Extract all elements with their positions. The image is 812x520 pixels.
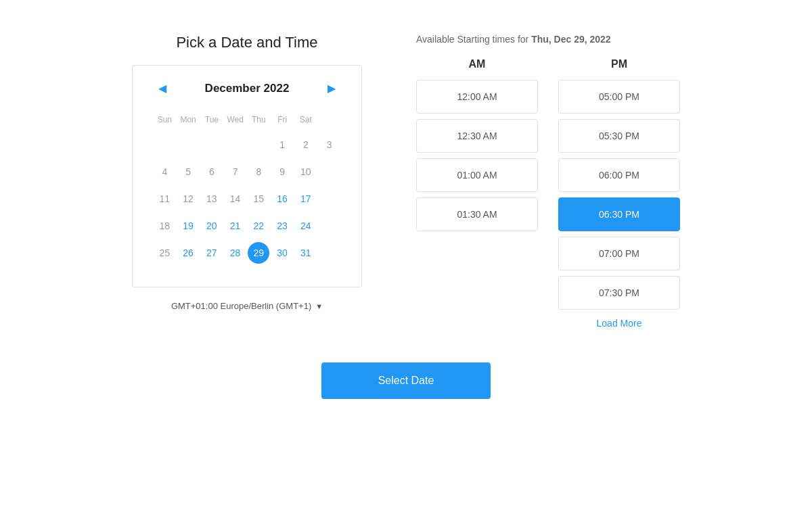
- day-header-thu: Thu: [247, 111, 271, 131]
- day-header-sat: Sat: [294, 111, 318, 131]
- day-header-sun: Sun: [153, 111, 177, 131]
- table-row[interactable]: 5: [177, 158, 200, 185]
- table-row[interactable]: 2: [294, 131, 318, 158]
- pm-time-slot[interactable]: 05:30 PM: [558, 119, 680, 153]
- calendar-grid: SunMonTueWedThuFriSat1234567891011121314…: [153, 111, 341, 266]
- table-row[interactable]: 8: [247, 158, 271, 185]
- pm-time-slot[interactable]: 06:00 PM: [558, 158, 680, 192]
- table-row: [200, 131, 224, 158]
- day-header-tue: Tue: [200, 111, 224, 131]
- day-header-mon: Mon: [177, 111, 200, 131]
- bottom-bar: Select Date: [0, 362, 812, 399]
- am-header: AM: [469, 58, 486, 70]
- table-row[interactable]: 13: [200, 185, 224, 212]
- table-row[interactable]: 10: [294, 158, 318, 185]
- am-time-slot[interactable]: 12:30 AM: [416, 119, 538, 153]
- table-row[interactable]: 25: [153, 239, 177, 266]
- pm-time-slot[interactable]: 07:30 PM: [558, 276, 680, 310]
- table-row[interactable]: 31: [294, 239, 318, 266]
- load-more-button[interactable]: Load More: [558, 318, 680, 329]
- table-row[interactable]: 6: [200, 158, 224, 185]
- timezone-label: GMT+01:00 Europe/Berlin (GMT+1): [171, 301, 311, 311]
- pm-time-slot[interactable]: 07:00 PM: [558, 237, 680, 270]
- table-row: [177, 131, 200, 158]
- left-panel: Pick a Date and Time◀December 2022▶SunMo…: [132, 34, 362, 311]
- table-row[interactable]: 11: [153, 185, 177, 212]
- calendar-month-year: December 2022: [205, 82, 290, 95]
- table-row[interactable]: 26: [177, 239, 200, 266]
- am-time-slot[interactable]: 01:00 AM: [416, 158, 538, 192]
- prev-month-button[interactable]: ◀: [153, 79, 172, 97]
- pm-header: PM: [611, 58, 627, 70]
- table-row[interactable]: 22: [247, 212, 271, 239]
- table-row[interactable]: 20: [200, 212, 224, 239]
- table-row[interactable]: 15: [247, 185, 271, 212]
- table-row[interactable]: 14: [223, 185, 247, 212]
- table-row[interactable]: 28: [223, 239, 247, 266]
- table-row[interactable]: 27: [200, 239, 224, 266]
- table-row[interactable]: 23: [271, 212, 294, 239]
- table-row[interactable]: 21: [223, 212, 247, 239]
- table-row[interactable]: 16: [271, 185, 294, 212]
- table-row[interactable]: 7: [223, 158, 247, 185]
- table-row: [223, 131, 247, 158]
- table-row: [153, 131, 177, 158]
- calendar-wrapper: ◀December 2022▶SunMonTueWedThuFriSat1234…: [132, 65, 362, 287]
- day-header-wed: Wed: [223, 111, 247, 131]
- pm-time-slot[interactable]: 06:30 PM: [558, 197, 680, 231]
- available-times-title: Available Starting times for Thu, Dec 29…: [416, 34, 611, 45]
- table-row[interactable]: 9: [271, 158, 294, 185]
- pm-column: PM05:00 PM05:30 PM06:00 PM06:30 PM07:00 …: [558, 58, 680, 329]
- chevron-down-icon: ▼: [315, 302, 323, 310]
- table-row[interactable]: 24: [294, 212, 318, 239]
- page-title: Pick a Date and Time: [176, 34, 317, 51]
- table-row[interactable]: 19: [177, 212, 200, 239]
- am-time-slot[interactable]: 12:00 AM: [416, 80, 538, 114]
- am-column: AM12:00 AM12:30 AM01:00 AM01:30 AM: [416, 58, 538, 237]
- am-time-slot[interactable]: 01:30 AM: [416, 197, 538, 231]
- table-row[interactable]: 29: [247, 239, 271, 266]
- select-date-button[interactable]: Select Date: [321, 362, 491, 399]
- timezone-selector[interactable]: GMT+01:00 Europe/Berlin (GMT+1)▼: [171, 301, 323, 311]
- next-month-button[interactable]: ▶: [322, 79, 341, 97]
- table-row[interactable]: 30: [271, 239, 294, 266]
- table-row[interactable]: 12: [177, 185, 200, 212]
- table-row[interactable]: 4: [153, 158, 177, 185]
- table-row: [247, 131, 271, 158]
- right-panel: Available Starting times for Thu, Dec 29…: [416, 34, 680, 329]
- table-row[interactable]: 1: [271, 131, 294, 158]
- day-header-fri: Fri: [271, 111, 294, 131]
- table-row[interactable]: 17: [294, 185, 318, 212]
- table-row[interactable]: 3: [317, 131, 341, 158]
- pm-time-slot[interactable]: 05:00 PM: [558, 80, 680, 114]
- table-row[interactable]: 18: [153, 212, 177, 239]
